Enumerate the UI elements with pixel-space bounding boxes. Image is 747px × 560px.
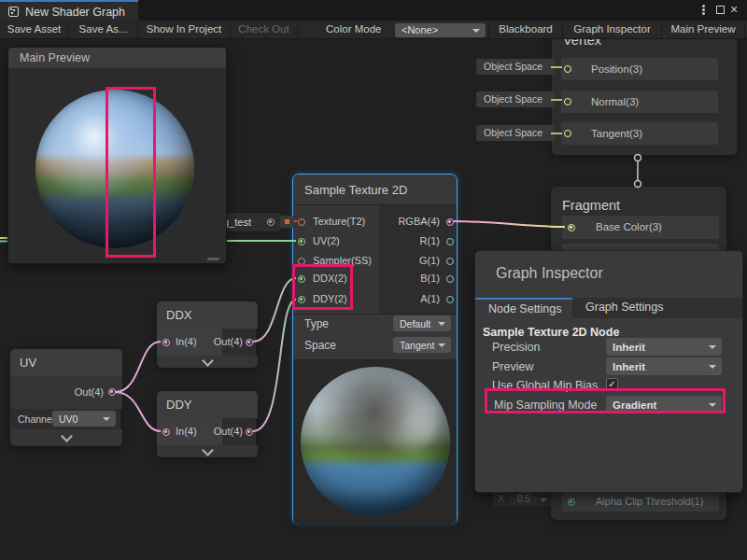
dropdown-arrow-icon (438, 322, 445, 326)
dropdown-arrow-icon (438, 343, 445, 347)
port-position[interactable] (564, 65, 571, 73)
dropdown-arrow-icon (709, 345, 716, 349)
output-label-rgba: RGBA(4) (349, 216, 440, 227)
wire-ddx-to-sample[interactable] (253, 278, 296, 342)
binding-chip-object-space: Object Space (476, 59, 555, 75)
preview-value: Inherit (613, 361, 645, 372)
wire-rgba-to-base-color[interactable] (454, 221, 565, 227)
port-r-output[interactable] (446, 238, 454, 245)
preview-dropdown[interactable]: Inherit (606, 357, 722, 375)
show-in-project-button[interactable]: Show In Project (138, 21, 231, 39)
type-dropdown[interactable]: Default (393, 315, 451, 331)
resize-grip[interactable] (207, 258, 219, 260)
output-label-a: A(1) (349, 293, 440, 304)
tab-node-settings[interactable]: Node Settings (475, 298, 572, 318)
main-preview-header[interactable]: Main Preview (8, 48, 226, 68)
port-g-output[interactable] (446, 258, 454, 265)
collapse-chevron-icon[interactable] (61, 430, 73, 442)
ddx-node[interactable]: DDX In(4) Out(4) (156, 301, 257, 368)
vertex-slot-tangent: Tangent(3) (561, 122, 718, 145)
port-uv-input[interactable] (298, 238, 305, 245)
property-badge-icon (267, 218, 275, 226)
binding-chip-object-space: Object Space (476, 91, 555, 107)
window-title: New Shader Graph (25, 6, 125, 19)
close-icon[interactable]: × (730, 2, 738, 22)
ddy-node[interactable]: DDY In(4) Out(4) (156, 390, 257, 457)
save-as-button[interactable]: Save As... (69, 21, 138, 39)
wire-ddy-to-sample[interactable] (253, 300, 296, 431)
space-dropdown[interactable]: Tangent (393, 337, 451, 353)
mip-mode-label: Mip Sampling Mode (494, 399, 597, 412)
save-asset-button[interactable]: Save Asset (0, 21, 69, 39)
fragment-slot-base-color: Base Color(3) (562, 216, 719, 239)
output-label-r: R(1) (349, 235, 440, 246)
value-chip-field[interactable]: 0.5 (510, 494, 538, 504)
port-normal[interactable] (564, 98, 571, 105)
ddy-out-label: Out(4) (194, 426, 243, 437)
collapse-row[interactable] (10, 429, 122, 446)
dropdown-arrow-icon (540, 498, 547, 502)
vertex-node[interactable]: Vertex Position(3) Normal(3) Tangent(3) (551, 39, 738, 156)
space-value: Tangent (400, 340, 434, 351)
toolbar: Save Asset Save As... Show In Project Ch… (0, 21, 747, 39)
port-ddx-out[interactable] (246, 339, 253, 346)
port-alpha-clip[interactable] (568, 498, 575, 506)
ddy-node-title: DDY (166, 398, 191, 412)
port-b-output[interactable] (446, 275, 454, 283)
collapse-chevron-icon[interactable] (202, 355, 214, 367)
port-ddx-input[interactable] (298, 275, 305, 283)
value-chip-label: X (498, 494, 504, 504)
dropdown-arrow-icon (709, 365, 716, 369)
inspector-tabs: Node Settings Graph Settings (475, 298, 742, 318)
tab-graph-settings[interactable]: Graph Settings (585, 298, 688, 318)
space-label: Space (304, 339, 336, 352)
mip-bias-checkbox[interactable]: ✓ (606, 378, 618, 390)
port-sampler-input[interactable] (298, 258, 305, 265)
graph-inspector-toggle-button[interactable]: Graph Inspector (563, 21, 662, 39)
mip-mode-dropdown[interactable]: Gradient (606, 396, 722, 413)
texture-value-chip[interactable] (280, 216, 294, 228)
sample-texture-node-title: Sample Texture 2D (304, 183, 407, 197)
port-texture-input[interactable] (298, 218, 305, 226)
dropdown-arrow-icon (709, 403, 716, 407)
mip-mode-value: Gradient (613, 399, 656, 411)
graph-canvas[interactable]: Vertex Position(3) Normal(3) Tangent(3) … (0, 39, 747, 560)
dropdown-arrow-icon (103, 417, 110, 421)
precision-value: Inherit (613, 342, 645, 353)
input-label-ddy: DDY(2) (313, 293, 347, 304)
graph-inspector-panel[interactable]: Graph Inspector Node Settings Graph Sett… (474, 250, 743, 493)
main-preview-toggle-button[interactable]: Main Preview (662, 21, 745, 39)
main-preview-panel[interactable]: Main Preview (7, 47, 227, 264)
uv-node[interactable]: UV Out(4) Channe UV0 (9, 348, 121, 446)
port-ddy-in[interactable] (162, 428, 170, 436)
port-base-color[interactable] (568, 224, 575, 231)
document-tab[interactable]: New Shader Graph (0, 0, 138, 21)
port-a-output[interactable] (446, 296, 454, 303)
input-label-uv: UV(2) (313, 235, 340, 246)
output-label-b: B(1) (349, 273, 440, 284)
uv-channel-dropdown[interactable]: UV0 (52, 411, 116, 427)
blackboard-toggle-button[interactable]: Blackboard (488, 21, 563, 39)
node-preview-area (293, 360, 457, 525)
ddx-node-title: DDX (166, 308, 191, 322)
port-ddx-in[interactable] (162, 339, 170, 346)
type-value: Default (400, 318, 430, 329)
collapse-chevron-icon[interactable] (202, 444, 214, 456)
main-preview-sphere (35, 90, 194, 248)
precision-label: Precision (492, 341, 540, 354)
port-ddy-out[interactable] (246, 428, 253, 436)
port-uv-out[interactable] (108, 388, 116, 396)
port-ddy-input[interactable] (298, 296, 305, 303)
shader-graph-window: New Shader Graph × Save Asset Save As...… (0, 0, 747, 560)
collapse-row[interactable] (157, 445, 258, 457)
collapse-row[interactable] (157, 356, 258, 368)
property-name: g_test (223, 217, 251, 228)
port-rgba-output[interactable] (446, 218, 454, 226)
color-mode-label: Color Mode (317, 21, 392, 39)
type-label: Type (304, 317, 329, 330)
alpha-clip-value-chip: X 0.5 (493, 492, 551, 507)
sample-texture-2d-node[interactable]: Sample Texture 2D Texture(T2) UV(2) Samp… (292, 174, 458, 525)
precision-dropdown[interactable]: Inherit (606, 338, 722, 356)
port-tangent[interactable] (564, 130, 571, 137)
color-mode-dropdown[interactable]: <None> (395, 23, 486, 37)
